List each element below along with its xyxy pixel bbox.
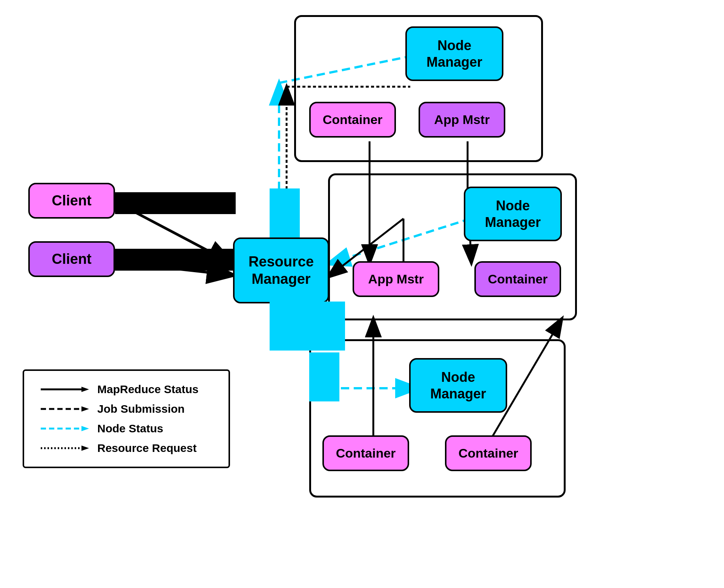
app-mstr-2-node: App Mstr — [353, 261, 439, 297]
legend-item-resourcerequest: Resource Request — [41, 442, 212, 455]
node-manager-3: Node Manager — [409, 358, 507, 413]
svg-marker-20 — [81, 387, 89, 392]
legend-item-mapreduce: MapReduce Status — [41, 383, 212, 396]
cyan-artifact-2 — [270, 302, 345, 351]
legend-line-dotted — [41, 443, 90, 454]
node-manager-1: Node Manager — [405, 26, 503, 81]
container-4-node: Container — [445, 435, 532, 471]
client-2-node: Client — [28, 241, 115, 277]
node-manager-2: Node Manager — [464, 187, 562, 241]
diagram-container: Client Client Resource Manager Node Mana… — [0, 0, 724, 588]
legend-line-solid — [41, 384, 90, 395]
svg-marker-24 — [81, 426, 89, 431]
legend-line-dashed-cyan — [41, 423, 90, 434]
svg-marker-22 — [81, 406, 89, 412]
legend-line-dashed-black — [41, 403, 90, 415]
legend-item-nodestatus: Node Status — [41, 422, 212, 435]
legend-box: MapReduce Status Job Submission Node Sta… — [23, 369, 230, 468]
cyan-artifact-1 — [270, 188, 300, 237]
app-mstr-1-node: App Mstr — [419, 102, 505, 138]
legend-item-jobsubmission: Job Submission — [41, 403, 212, 415]
container-3-node: Container — [322, 435, 409, 471]
cyan-artifact-3 — [309, 352, 339, 401]
client1-connector — [115, 192, 236, 214]
resource-manager-node: Resource Manager — [233, 237, 329, 303]
client2-connector — [115, 249, 236, 271]
svg-marker-26 — [81, 446, 89, 451]
client-1-node: Client — [28, 183, 115, 219]
container-1-node: Container — [309, 102, 396, 138]
container-2-node: Container — [474, 261, 561, 297]
